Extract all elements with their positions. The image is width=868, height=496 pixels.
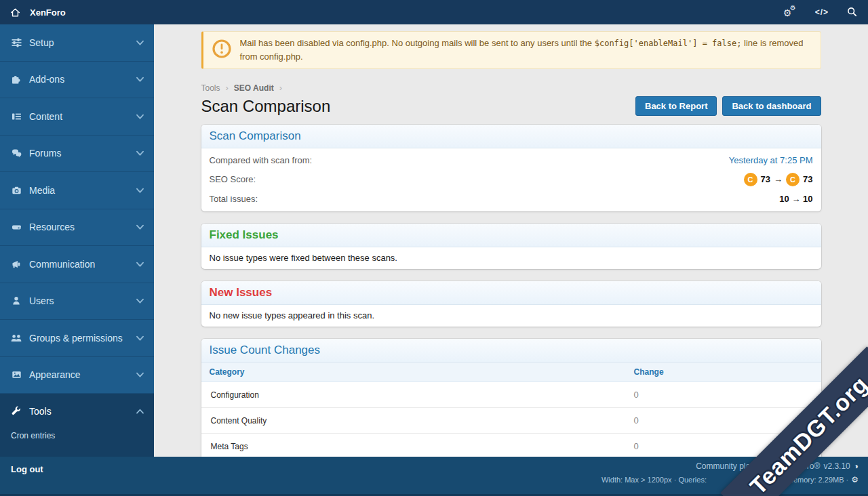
issue-count-changes-heading: Issue Count Changes (201, 339, 821, 363)
warning-message: Mail has been disabled via config.php. N… (240, 37, 812, 64)
total-issues-row: Total issues: 10 → 10 (201, 190, 821, 207)
bullhorn-icon (9, 259, 23, 270)
sidebar-item-label: Forums (29, 148, 136, 159)
scan-comparison-heading: Scan Comparison (201, 125, 821, 148)
community-platform-line: Community platform by XenForo® v2.3.10 ◑ (601, 461, 859, 471)
breadcrumb-seo-audit[interactable]: SEO Audit (234, 83, 274, 93)
scan-comparison-panel: Scan Comparison Compared with scan from:… (201, 125, 821, 211)
chevron-down-icon (136, 39, 144, 46)
new-issues-heading: New Issues (201, 281, 821, 305)
new-issues-empty-message: No new issue types appeared in this scan… (201, 305, 821, 327)
chevron-down-icon (136, 224, 144, 230)
table-row: Meta Tags 0 (201, 434, 821, 457)
issue-count-changes-panel: Issue Count Changes Category Change Conf… (201, 339, 821, 457)
image-icon (9, 369, 23, 380)
sidebar-item-label: Resources (29, 222, 136, 232)
back-to-dashboard-button[interactable]: Back to dashboard (722, 96, 821, 116)
chevron-down-icon (136, 371, 144, 378)
sidebar-item-communication[interactable]: Communication (0, 246, 154, 283)
sidebar-item-label: Appearance (29, 369, 136, 380)
seo-score-label: SEO Score: (210, 174, 256, 184)
new-issues-panel: New Issues No new issue types appeared i… (201, 281, 821, 327)
sidebar-tools-section: Tools Cron entries (0, 394, 154, 457)
admin-sidebar: Setup Add-ons Content (0, 24, 154, 457)
fixed-issues-empty-message: No issue types were fixed between these … (201, 247, 821, 269)
compared-with-row: Compared with scan from: Yesterday at 7:… (201, 151, 821, 169)
logout-link[interactable]: Log out (11, 464, 43, 474)
breadcrumb-separator: › (226, 83, 229, 93)
brand-title[interactable]: XenForo (30, 7, 66, 18)
column-header-change: Change (626, 363, 821, 382)
chevron-down-icon (136, 113, 144, 120)
sidebar-item-groups-permissions[interactable]: Groups & permissions (0, 320, 154, 357)
score-after: 73 (803, 174, 812, 184)
sidebar-item-appearance[interactable]: Appearance (0, 357, 154, 394)
home-icon[interactable] (9, 7, 21, 18)
chevron-down-icon (136, 261, 144, 268)
code-icon[interactable]: </> (815, 8, 829, 16)
puzzle-icon (9, 74, 23, 85)
sidebar-item-media[interactable]: Media (0, 172, 154, 209)
sidebar-item-label: Setup (29, 37, 136, 48)
harddrive-icon (9, 222, 23, 232)
back-to-report-button[interactable]: Back to Report (635, 96, 717, 116)
sidebar-item-users[interactable]: Users (0, 283, 154, 321)
category-cell: Configuration (201, 382, 626, 408)
seo-score-row: SEO Score: C 73 → C 73 (201, 169, 821, 190)
fixed-issues-heading: Fixed Issues (201, 224, 821, 247)
sidebar-item-label: Communication (29, 259, 136, 270)
style-contrast-icon[interactable]: ◑ (854, 461, 859, 471)
comments-icon (9, 148, 23, 159)
grade-badge: C (786, 173, 800, 186)
chevron-down-icon (136, 297, 144, 304)
sidebar-item-label: Add-ons (29, 74, 136, 85)
debug-gear-icon[interactable]: ⚙ (851, 475, 859, 484)
newspaper-icon (9, 111, 23, 122)
issue-count-table: Category Change Configuration 0 Content … (201, 363, 821, 457)
chevron-down-icon (136, 76, 144, 83)
category-cell: Content Quality (201, 408, 626, 434)
table-row: Content Quality 0 (201, 408, 821, 434)
grade-badge: C (744, 173, 757, 186)
warning-icon (212, 39, 232, 62)
chevron-down-icon (136, 335, 144, 342)
column-header-category: Category (201, 363, 626, 382)
sidebar-item-label: Content (29, 111, 136, 122)
arrow-glyph: → (774, 174, 783, 184)
mail-disabled-warning-banner: Mail has been disabled via config.php. N… (201, 31, 821, 69)
sidebar-item-label: Media (29, 185, 136, 196)
sidebar-item-label: Tools (29, 406, 136, 417)
sidebar-item-label: Groups & permissions (29, 333, 136, 344)
breadcrumb-tools[interactable]: Tools (201, 83, 220, 93)
sidebar-item-tools[interactable]: Tools (0, 394, 154, 429)
sidebar-item-setup[interactable]: Setup (0, 24, 154, 62)
chevron-down-icon (136, 150, 144, 157)
search-icon[interactable] (847, 7, 857, 18)
users-icon (9, 333, 23, 344)
fixed-issues-panel: Fixed Issues No issue types were fixed b… (201, 224, 821, 269)
change-cell: 0 (626, 382, 821, 408)
user-icon (9, 295, 23, 306)
sidebar-item-addons[interactable]: Add-ons (0, 62, 154, 99)
camera-icon (9, 185, 23, 196)
table-row: Configuration 0 (201, 382, 821, 408)
sidebar-item-forums[interactable]: Forums (0, 136, 154, 173)
breadcrumb-separator: › (279, 83, 282, 93)
chevron-up-icon (136, 408, 144, 415)
sidebar-subitem-cron-entries[interactable]: Cron entries (0, 429, 154, 447)
gears-icon[interactable]: ⚙⚙ (783, 6, 797, 18)
total-issues-label: Total issues: (210, 194, 258, 204)
total-issues-value: 10 → 10 (779, 194, 812, 204)
sidebar-item-resources[interactable]: Resources (0, 209, 154, 247)
compared-scan-date-link[interactable]: Yesterday at 7:25 PM (729, 155, 813, 165)
wrench-icon (9, 406, 23, 417)
breadcrumb: Tools › SEO Audit › (201, 83, 821, 93)
page-title: Scan Comparison (201, 97, 331, 116)
config-code-snippet: $config['enableMail'] = false; (595, 39, 742, 48)
score-before: 73 (761, 174, 770, 184)
seo-score-value: C 73 → C 73 (744, 173, 813, 186)
sidebar-item-content[interactable]: Content (0, 98, 154, 136)
version-label: v2.3.10 (823, 461, 850, 471)
main-content-area: Mail has been disabled via config.php. N… (154, 24, 868, 457)
debug-left: Width: Max > 1200px · Queries: (601, 476, 707, 484)
